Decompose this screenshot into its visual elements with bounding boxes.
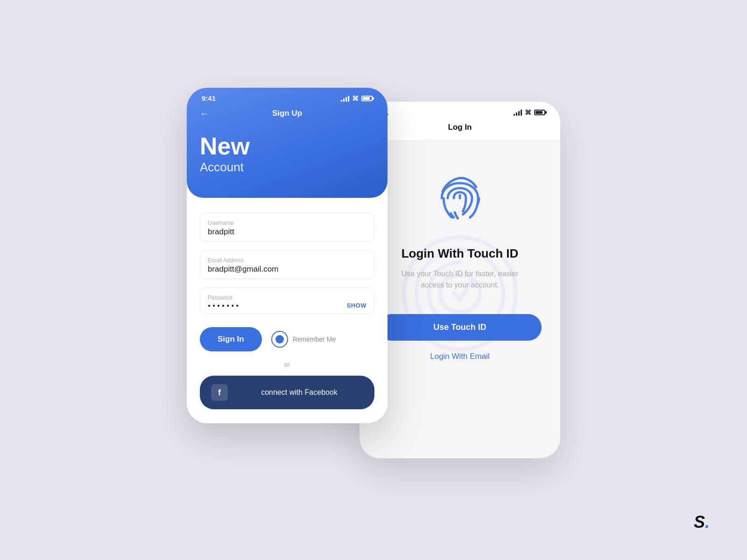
or-divider: or	[200, 361, 374, 368]
nav-title-2: Log In	[448, 123, 472, 132]
signup-phone: 9:41 ⌘ ← Sign Up	[187, 88, 388, 423]
email-value: bradpitt@gmail.com	[208, 265, 366, 274]
login-with-email-link[interactable]: Login With Email	[430, 352, 490, 361]
status-time-1: 9:41	[202, 94, 216, 102]
password-field[interactable]: Password ●●●●●●● SHOW	[200, 287, 374, 314]
status-area-2: 9:41 ⌘	[359, 102, 560, 119]
remember-row: Remember Me	[271, 331, 374, 348]
username-group: Username bradpitt	[200, 213, 374, 242]
username-value: bradpitt	[208, 227, 366, 237]
facebook-label: connect with Facebook	[235, 388, 363, 397]
facebook-icon: f	[211, 384, 228, 401]
password-group: Password ●●●●●●● SHOW	[200, 287, 374, 314]
touch-id-title: Login With Touch ID	[402, 246, 519, 261]
status-bar-2: 9:41 ⌘	[373, 102, 547, 119]
sign-in-button[interactable]: Sign In	[200, 327, 262, 351]
nav-bar-2: ← Log In	[359, 119, 560, 141]
email-field[interactable]: Email Address bradpitt@gmail.com	[200, 250, 374, 279]
wifi-icon-2: ⌘	[525, 109, 531, 116]
wifi-icon-1: ⌘	[352, 95, 359, 102]
watermark-letter: S	[694, 512, 705, 532]
signal-icon-2	[514, 109, 522, 116]
login-phone: 9:41 ⌘ ← Log In	[359, 102, 560, 458]
signup-body: Username bradpitt Email Address bradpitt…	[187, 198, 388, 423]
remember-toggle[interactable]	[271, 331, 288, 348]
email-label: Email Address	[208, 257, 366, 264]
login-body: Login With Touch ID Use your Touch ID fo…	[359, 141, 560, 458]
signup-title: New Account	[200, 125, 374, 179]
nav-title-1: Sign Up	[272, 109, 302, 118]
back-button-1[interactable]: ←	[200, 108, 209, 119]
battery-icon-1	[361, 96, 373, 101]
signup-header: 9:41 ⌘ ← Sign Up	[187, 88, 388, 198]
show-password-button[interactable]: SHOW	[347, 302, 366, 309]
toggle-inner	[275, 335, 284, 343]
nav-bar-1: ← Sign Up	[200, 105, 374, 125]
signal-icon-1	[341, 95, 349, 102]
watermark: S.	[694, 512, 710, 532]
status-icons-2: ⌘	[514, 109, 545, 116]
heading-sub: Account	[200, 160, 374, 175]
remember-label: Remember Me	[293, 336, 336, 343]
watermark-dot: .	[705, 512, 710, 532]
actions-row: Sign In Remember Me	[200, 327, 374, 351]
username-field[interactable]: Username bradpitt	[200, 213, 374, 242]
touch-id-desc: Use your Touch ID for faster, easier acc…	[399, 268, 521, 291]
password-label: Password	[208, 294, 366, 301]
username-label: Username	[208, 220, 366, 226]
use-touch-id-button[interactable]: Use Touch ID	[378, 314, 542, 341]
status-icons-1: ⌘	[341, 95, 373, 102]
battery-icon-2	[534, 110, 545, 115]
status-bar-1: 9:41 ⌘	[200, 88, 374, 105]
email-group: Email Address bradpitt@gmail.com	[200, 250, 374, 279]
facebook-button[interactable]: f connect with Facebook	[200, 376, 374, 409]
fingerprint-icon	[430, 169, 490, 231]
password-value: ●●●●●●●	[208, 303, 240, 308]
heading-big: New	[200, 134, 374, 158]
